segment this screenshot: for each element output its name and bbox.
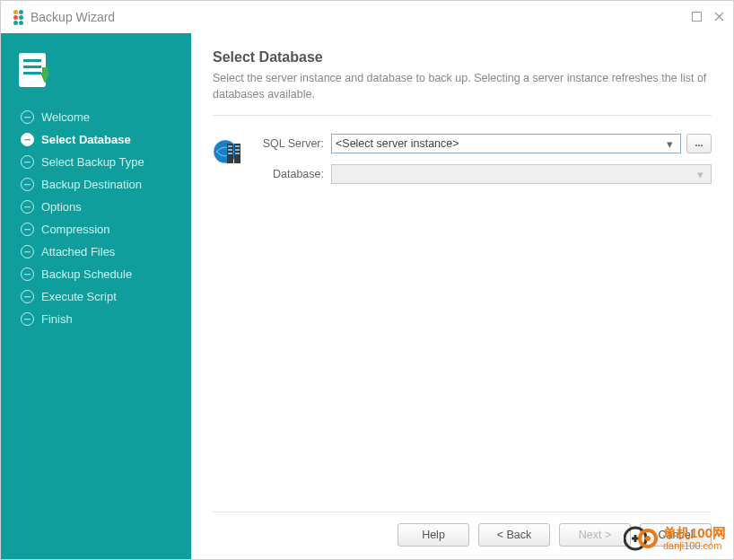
svg-rect-2 — [23, 59, 41, 62]
sql-server-value: <Select server instance> — [336, 137, 459, 150]
step-icon — [21, 267, 34, 281]
sidebar-item-label: Select Database — [41, 133, 131, 146]
svg-rect-3 — [23, 66, 41, 68]
step-icon — [21, 200, 34, 214]
svg-rect-14 — [228, 153, 232, 154]
svg-rect-0 — [693, 12, 702, 21]
svg-rect-10 — [228, 145, 232, 147]
app-logo-icon — [13, 10, 23, 25]
sql-server-label: SQL Server: — [258, 137, 324, 150]
sidebar-item-label: Compression — [41, 223, 110, 236]
sidebar-item-label: Finish — [41, 312, 73, 326]
page-heading: Select Database — [213, 49, 712, 66]
database-server-icon — [213, 136, 245, 195]
svg-rect-15 — [235, 153, 240, 154]
window-title: Backup Wizard — [31, 10, 115, 24]
sidebar-item-label: Execute Script — [41, 290, 117, 303]
help-button[interactable]: Help — [398, 523, 469, 547]
sidebar-item-finish[interactable]: Finish — [1, 308, 191, 330]
wizard-footer: Help < Back Next > Cancel — [213, 512, 712, 547]
step-icon — [21, 133, 34, 146]
backup-doc-icon — [13, 49, 191, 93]
divider — [213, 115, 712, 116]
sql-server-combo[interactable]: <Select server instance> ▾ — [331, 134, 681, 153]
sidebar-item-welcome[interactable]: Welcome — [1, 106, 191, 128]
content-area: Select Database Select the server instan… — [191, 33, 733, 559]
database-combo: ▾ — [331, 164, 712, 184]
svg-rect-5 — [42, 67, 48, 74]
svg-rect-4 — [23, 72, 41, 74]
sidebar-item-options[interactable]: Options — [1, 196, 191, 218]
sidebar-item-select-backup-type[interactable]: Select Backup Type — [1, 151, 191, 173]
svg-rect-11 — [235, 145, 240, 147]
sidebar-item-label: Backup Schedule — [41, 267, 132, 281]
next-button: Next > — [559, 523, 631, 547]
chevron-down-icon: ▾ — [693, 168, 707, 181]
wizard-sidebar: Welcome Select Database Select Backup Ty… — [1, 33, 191, 559]
back-button[interactable]: < Back — [478, 523, 550, 547]
step-icon — [21, 223, 34, 236]
page-subtitle: Select the server instance and database … — [213, 71, 712, 102]
sidebar-item-backup-schedule[interactable]: Backup Schedule — [1, 263, 191, 285]
sidebar-item-label: Select Backup Type — [41, 155, 144, 169]
browse-server-button[interactable]: ... — [686, 134, 712, 153]
title-bar: Backup Wizard — [1, 1, 733, 33]
svg-rect-1 — [19, 53, 46, 87]
step-icon — [21, 290, 34, 303]
database-label: Database: — [258, 168, 324, 180]
chevron-down-icon: ▾ — [662, 137, 677, 151]
step-icon — [21, 245, 34, 258]
sidebar-item-label: Backup Destination — [41, 178, 142, 191]
sidebar-item-compression[interactable]: Compression — [1, 218, 191, 241]
sidebar-item-attached-files[interactable]: Attached Files — [1, 241, 191, 263]
sidebar-item-label: Attached Files — [41, 245, 115, 258]
close-icon[interactable] — [714, 11, 724, 24]
cancel-button[interactable]: Cancel — [640, 523, 712, 547]
svg-rect-12 — [228, 149, 232, 151]
sidebar-item-label: Options — [41, 200, 82, 214]
step-icon — [21, 110, 34, 124]
sidebar-item-backup-destination[interactable]: Backup Destination — [1, 173, 191, 196]
svg-rect-13 — [235, 149, 240, 151]
sidebar-item-select-database[interactable]: Select Database — [1, 128, 191, 151]
sidebar-item-label: Welcome — [41, 110, 90, 124]
maximize-icon[interactable] — [692, 11, 702, 24]
sidebar-item-execute-script[interactable]: Execute Script — [1, 285, 191, 308]
step-icon — [21, 155, 34, 169]
step-icon — [21, 178, 34, 191]
step-icon — [21, 312, 34, 326]
